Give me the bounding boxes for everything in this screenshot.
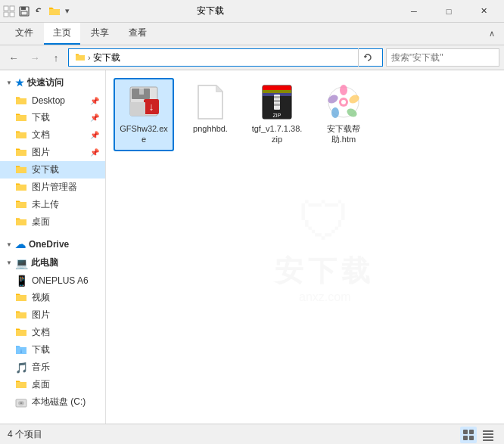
file-area: 🛡 安下载 anxz.com ↓	[106, 70, 504, 424]
thispc-header[interactable]: ▼ 💻 此电脑	[0, 253, 105, 272]
svg-rect-58	[469, 436, 474, 440]
sidebar-label-video: 视频	[32, 291, 50, 304]
sidebar-label-desktop3: 桌面	[32, 378, 50, 391]
pin-icon-download: 📌	[90, 113, 99, 122]
watermark-shield-icon: 🛡	[298, 191, 351, 251]
minimize-button[interactable]: ─	[397, 0, 431, 23]
search-input[interactable]	[391, 52, 504, 63]
ribbon: 文件 主页 共享 查看 ∧	[0, 23, 504, 45]
svg-point-50	[340, 85, 347, 95]
sidebar-item-desktop2[interactable]: 桌面	[0, 213, 105, 231]
quick-access-star-icon: ★	[15, 77, 24, 88]
disk-icon	[15, 396, 27, 408]
status-count: 4 个项目	[8, 428, 42, 441]
title-bar: ▾ 安下载 ─ □ ✕	[0, 0, 504, 23]
svg-rect-9	[76, 55, 85, 61]
refresh-button[interactable]	[358, 48, 376, 67]
search-box[interactable]	[386, 48, 499, 67]
folder-icon-desktop	[15, 95, 27, 107]
thispc-arrow: ▼	[6, 259, 12, 266]
sidebar-label-localc: 本地磁盘 (C:)	[32, 396, 86, 408]
close-button[interactable]: ✕	[466, 0, 501, 23]
svg-rect-57	[463, 436, 468, 440]
forward-button[interactable]: →	[26, 48, 44, 67]
sidebar-label-music: 音乐	[32, 361, 50, 374]
address-input[interactable]: › 安下载	[68, 48, 383, 67]
back-button[interactable]: ←	[5, 48, 23, 67]
music-folder-icon: 🎵	[15, 362, 27, 374]
sidebar-item-andown[interactable]: 安下载	[0, 161, 105, 179]
file-item[interactable]: ↓ GFShw32.exe	[114, 78, 174, 151]
path-folder-icon	[75, 53, 86, 62]
sidebar-label-picman: 图片管理器	[32, 181, 77, 194]
sidebar-label-oneplus: ONEPLUS A6	[32, 275, 89, 286]
file-item-zip[interactable]: ZIP tgf_v1.7.1.38.zip	[247, 78, 307, 151]
file-item-htm[interactable]: 安下载帮助.htm	[313, 78, 374, 151]
sidebar-item-localc[interactable]: 本地磁盘 (C:)	[0, 393, 105, 411]
sidebar-label-download: 下载	[32, 111, 50, 124]
ribbon-collapse-btn[interactable]: ∧	[489, 29, 495, 39]
main-content: ▼ ★ 快速访问 Desktop 📌 下载 📌 文档 📌	[0, 70, 504, 424]
svg-rect-23	[16, 330, 26, 336]
folder-icon-notup	[15, 199, 27, 211]
quick-access-header[interactable]: ▼ ★ 快速访问	[0, 73, 105, 92]
file-name-zip: tgf_v1.7.1.38.zip	[251, 123, 303, 145]
sidebar-item-desktop[interactable]: Desktop 📌	[0, 92, 105, 109]
pin-icon-desktop: 📌	[90, 97, 99, 105]
sidebar: ▼ ★ 快速访问 Desktop 📌 下载 📌 文档 📌	[0, 70, 106, 424]
svg-rect-17	[16, 167, 26, 173]
tab-file[interactable]: 文件	[6, 23, 42, 45]
svg-rect-38	[263, 90, 291, 93]
desktop-folder-icon	[15, 379, 27, 391]
large-icon-view-btn[interactable]	[460, 427, 477, 443]
up-button[interactable]: ↑	[47, 48, 65, 67]
list-view-btn[interactable]	[480, 427, 496, 443]
tab-view[interactable]: 查看	[120, 23, 156, 45]
svg-rect-41	[274, 96, 280, 98]
svg-rect-43	[274, 104, 280, 106]
svg-rect-14	[16, 115, 26, 121]
svg-rect-26	[16, 382, 26, 388]
sidebar-item-music[interactable]: 🎵 音乐	[0, 359, 105, 376]
pin-icon-pictures: 📌	[90, 148, 99, 157]
sidebar-item-down2[interactable]: ↓ 下载	[0, 341, 105, 359]
watermark: 🛡 安下载 anxz.com	[275, 191, 375, 303]
folder-icon-andown	[15, 164, 27, 176]
onedrive-label: OneDrive	[29, 239, 69, 250]
status-bar: 4 个项目	[0, 424, 504, 444]
sidebar-item-doc2[interactable]: 文档	[0, 324, 105, 341]
tab-home[interactable]: 主页	[44, 23, 80, 45]
sidebar-item-pic2[interactable]: 图片	[0, 306, 105, 324]
sidebar-item-video[interactable]: 视频	[0, 289, 105, 306]
svg-rect-56	[469, 430, 474, 434]
onedrive-arrow: ▼	[6, 241, 12, 248]
sidebar-label-desktop: Desktop	[32, 95, 65, 106]
tab-share[interactable]: 共享	[82, 23, 118, 45]
svg-rect-19	[16, 202, 26, 208]
sidebar-item-picman[interactable]: 图片管理器	[0, 179, 105, 196]
sidebar-label-notup: 未上传	[32, 198, 59, 211]
maximize-button[interactable]: □	[431, 0, 466, 23]
sidebar-item-pictures[interactable]: 图片 📌	[0, 144, 105, 161]
svg-rect-13	[16, 98, 26, 104]
watermark-url: anxz.com	[299, 290, 350, 303]
video-folder-icon	[15, 292, 27, 304]
svg-rect-18	[16, 185, 26, 191]
path-separator: ›	[88, 53, 91, 62]
sidebar-item-oneplus[interactable]: 📱 ONEPLUS A6	[0, 272, 105, 289]
sidebar-label-pic2: 图片	[32, 309, 50, 321]
sidebar-item-desktop3[interactable]: 桌面	[0, 376, 105, 393]
title-controls: ─ □ ✕	[397, 0, 501, 23]
svg-rect-20	[16, 219, 26, 225]
file-icon-zip: ZIP	[259, 84, 295, 120]
sidebar-item-download[interactable]: 下载 📌	[0, 109, 105, 126]
svg-rect-2	[4, 12, 8, 17]
title-text: 安下载	[24, 5, 397, 17]
sidebar-item-notup[interactable]: 未上传	[0, 196, 105, 213]
file-item-blank[interactable]: pnghhbd.	[180, 78, 241, 140]
onedrive-header[interactable]: ▼ ☁ OneDrive	[0, 235, 105, 253]
file-name-htm: 安下载帮助.htm	[318, 123, 369, 145]
sidebar-item-documents[interactable]: 文档 📌	[0, 126, 105, 144]
svg-rect-1	[10, 6, 14, 11]
quick-access-arrow: ▼	[6, 79, 12, 86]
